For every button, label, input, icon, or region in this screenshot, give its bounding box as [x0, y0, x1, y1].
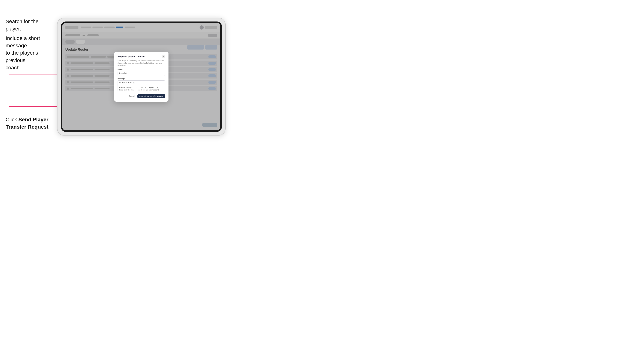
tablet-device: Update Roster	[57, 18, 226, 136]
modal-overlay: Request player transfer ✕ If the player …	[62, 23, 220, 130]
player-input[interactable]	[118, 71, 165, 76]
send-transfer-button[interactable]: Send Player Transfer Request	[138, 94, 165, 98]
annotation-click: Click Send PlayerTransfer Request	[6, 116, 56, 131]
modal-close-button[interactable]: ✕	[162, 55, 165, 58]
modal-header: Request player transfer ✕	[118, 55, 165, 58]
modal-description: If the player is transferring from anoth…	[118, 59, 165, 67]
cancel-button[interactable]: Cancel	[128, 94, 136, 98]
tablet-inner: Update Roster	[61, 21, 222, 132]
annotation-search: Search for the player.	[6, 18, 54, 32]
tablet-screen: Update Roster	[62, 23, 220, 130]
modal-title: Request player transfer	[118, 55, 145, 58]
annotation-message: Include a short messageto the player's p…	[6, 35, 56, 71]
player-label: Player	[118, 68, 165, 70]
message-label: Message	[118, 78, 165, 80]
modal-footer: Cancel Send Player Transfer Request	[118, 94, 165, 98]
message-textarea[interactable]: Hi Coach McHarg, Please accept this tran…	[118, 80, 165, 91]
request-transfer-modal: Request player transfer ✕ If the player …	[114, 52, 168, 102]
